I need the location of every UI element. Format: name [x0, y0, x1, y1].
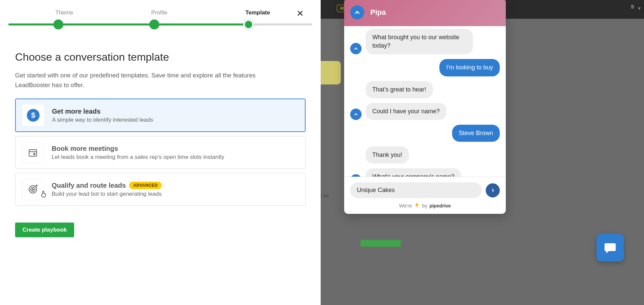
target-icon — [26, 183, 39, 196]
template-icon-wrap — [22, 179, 44, 200]
chat-bot-name: Pipa — [370, 8, 386, 17]
avatar-spacer — [350, 152, 362, 164]
chat-message-bot: What brought you to our website today? — [350, 29, 500, 54]
svg-point-5 — [32, 189, 34, 190]
chat-send-button[interactable] — [486, 183, 500, 197]
stepper-dot-1 — [53, 19, 63, 29]
advanced-badge: ADVANCED — [129, 182, 162, 189]
create-playbook-button[interactable]: Create playbook — [15, 223, 74, 237]
chat-bubble: That's great to hear! — [366, 81, 433, 98]
bot-avatar-icon — [350, 109, 362, 120]
template-title: Get more leads — [52, 108, 101, 115]
template-desc: Build your lead bot to start generating … — [52, 191, 162, 197]
template-title: Book more meetings — [52, 145, 118, 152]
stepper-dot-2 — [149, 19, 159, 29]
chat-bubble: What brought you to our website today? — [366, 29, 473, 54]
close-icon: ✕ — [297, 8, 304, 19]
template-card-book-more-meetings[interactable]: Book more meetings Let leads book a meet… — [15, 136, 306, 169]
chat-message-bot: Could I have your name? — [350, 103, 500, 120]
chatbot-preview-widget: Pipa What brought you to our website tod… — [344, 0, 506, 214]
chat-message-user: Steve Brown — [350, 125, 500, 142]
stepper-step-theme[interactable]: Theme — [55, 9, 73, 16]
chat-input-area — [344, 177, 506, 200]
template-list: $ Get more leads A simple way to identif… — [15, 99, 306, 206]
stepper-step-profile[interactable]: Profile — [151, 9, 167, 16]
bot-avatar-icon — [350, 5, 364, 19]
svg-rect-0 — [29, 150, 37, 157]
chat-bubble: Could I have your name? — [366, 103, 446, 120]
chat-bubble: Thank you! — [366, 146, 409, 164]
chat-icon — [603, 241, 617, 254]
topbar-text-fragment: S — [631, 4, 634, 9]
svg-rect-2 — [33, 153, 35, 155]
stepper-track — [8, 23, 312, 25]
calendar-icon — [26, 146, 39, 159]
template-desc: Let leads book a meeting from a sales re… — [52, 154, 224, 161]
chat-message-bot: Thank you! — [350, 146, 500, 164]
bot-avatar-icon — [350, 43, 362, 54]
chat-launcher-button[interactable] — [596, 234, 624, 261]
chat-bubble: Steve Brown — [452, 125, 500, 142]
template-title: Qualify and route leads — [52, 182, 126, 189]
chat-message-bot: What's your company's name? — [350, 168, 500, 177]
template-icon-wrap — [22, 142, 44, 163]
chat-message-bot: That's great to hear! — [350, 81, 500, 98]
chat-message-list: What brought you to our website today? I… — [344, 26, 506, 177]
bolt-icon — [414, 202, 420, 209]
chat-message-user: I'm looking to buy — [350, 59, 500, 76]
template-setup-panel: Theme Profile Template ✕ Choose a conver… — [0, 0, 321, 305]
template-card-qualify-route-leads[interactable]: Qualify and route leads ADVANCED Build y… — [15, 173, 306, 206]
background-mini-card — [361, 240, 401, 247]
stepper-fill — [8, 23, 249, 25]
setup-stepper: Theme Profile Template ✕ — [15, 0, 306, 34]
stepper-dot-3-active — [244, 19, 254, 29]
template-desc: A simple way to identify interested lead… — [52, 117, 153, 123]
template-card-get-more-leads[interactable]: $ Get more leads A simple way to identif… — [15, 99, 306, 132]
chat-text-input[interactable] — [350, 182, 482, 198]
chevron-down-icon: ▼ — [637, 6, 641, 11]
chat-footer: We're by pipedrive — [344, 200, 506, 214]
dollar-icon: $ — [27, 109, 40, 122]
background-text-fragment: r for — [321, 193, 329, 198]
avatar-spacer — [350, 87, 362, 98]
bot-avatar-icon — [350, 174, 362, 177]
page-description: Get started with one of our predefined t… — [15, 71, 260, 90]
chat-bubble: What's your company's name? — [366, 168, 461, 177]
stepper-step-template[interactable]: Template — [246, 9, 270, 16]
template-icon-wrap: $ — [22, 105, 44, 126]
page-title: Choose a conversation template — [15, 51, 306, 63]
footer-by: by — [422, 203, 427, 208]
background-card-fragment — [321, 61, 341, 84]
chat-bubble: I'm looking to buy — [439, 59, 500, 76]
chat-header: Pipa — [344, 0, 506, 26]
pipedrive-brand: pipedrive — [429, 203, 451, 208]
close-button[interactable]: ✕ — [295, 8, 306, 19]
footer-prefix: We're — [399, 203, 412, 208]
chevron-right-icon — [490, 188, 495, 193]
